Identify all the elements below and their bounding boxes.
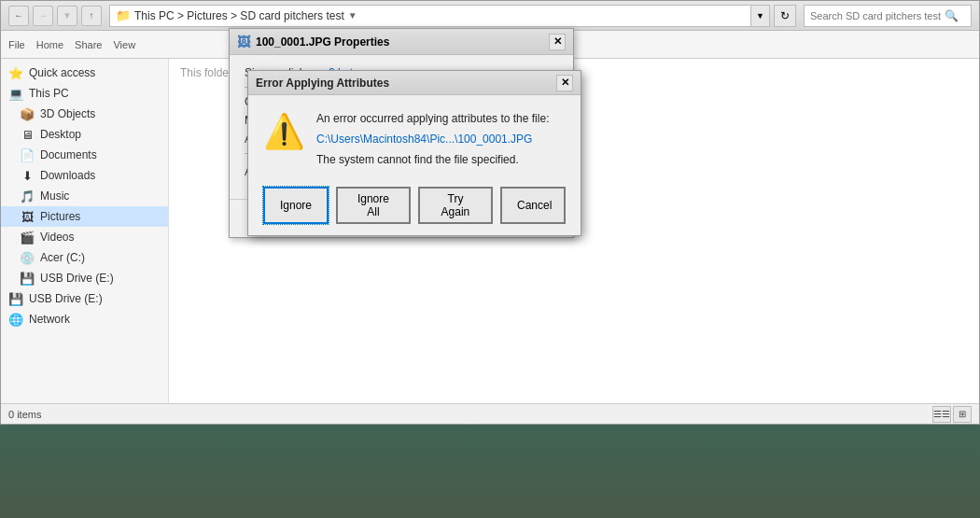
error-dialog: Error Applying Attributes ✕ ⚠️ An error … — [247, 70, 581, 236]
sidebar-item-3d-objects[interactable]: 📦 3D Objects — [1, 104, 168, 124]
error-cancel-button[interactable]: Cancel — [500, 187, 566, 224]
documents-icon: 📄 — [20, 147, 35, 162]
ribbon-home[interactable]: Home — [36, 39, 63, 50]
error-close-button[interactable]: ✕ — [556, 75, 573, 91]
sidebar: ⭐ Quick access 💻 This PC 📦 3D Objects 🖥 … — [1, 59, 169, 403]
ribbon-share[interactable]: Share — [75, 39, 102, 50]
ribbon-view[interactable]: View — [113, 39, 135, 50]
properties-close-button[interactable]: ✕ — [549, 34, 566, 50]
warning-icon: ⚠️ — [263, 112, 305, 168]
videos-icon: 🎬 — [20, 230, 35, 245]
error-file-path: C:\Users\Macintosh84\Pic...\100_0001.JPG — [316, 131, 549, 147]
try-again-button[interactable]: Try Again — [418, 187, 493, 224]
error-footer: Ignore Ignore All Try Again Cancel — [248, 179, 581, 235]
sidebar-item-this-pc[interactable]: 💻 This PC — [1, 83, 168, 104]
sidebar-label-videos: Videos — [40, 231, 74, 244]
forward-button[interactable]: → — [33, 6, 53, 26]
nav-buttons: ← → ▼ ↑ — [8, 6, 102, 26]
sidebar-label-music: Music — [40, 189, 69, 203]
address-bar-area: 📁 This PC > Pictures > SD card pitchers … — [109, 5, 796, 27]
error-line1: An error occurred applying attributes to… — [316, 110, 549, 127]
quick-access-icon: ⭐ — [8, 65, 23, 80]
usb-e2-icon: 💾 — [8, 291, 23, 306]
downloads-icon: ⬇ — [20, 168, 35, 183]
3d-objects-icon: 📦 — [20, 106, 35, 121]
error-title-text: Error Applying Attributes — [256, 77, 389, 90]
sidebar-label-pictures: Pictures — [40, 210, 80, 223]
properties-title-icon: 🖼 — [237, 35, 250, 49]
sidebar-item-videos[interactable]: 🎬 Videos — [1, 227, 168, 247]
error-message: An error occurred applying attributes to… — [316, 110, 549, 168]
error-line2: The system cannot find the file specifie… — [316, 151, 549, 168]
network-icon: 🌐 — [8, 312, 23, 327]
error-body: ⚠️ An error occurred applying attributes… — [248, 95, 581, 179]
sidebar-item-desktop[interactable]: 🖥 Desktop — [1, 124, 168, 145]
tiles-view-button[interactable]: ⊞ — [953, 406, 972, 423]
sidebar-item-usb-drive-e1[interactable]: 💾 USB Drive (E:) — [1, 268, 168, 288]
music-icon: 🎵 — [20, 189, 35, 203]
ignore-all-button[interactable]: Ignore All — [336, 187, 411, 224]
this-pc-icon: 💻 — [8, 86, 23, 101]
sidebar-item-acer-c[interactable]: 💿 Acer (C:) — [1, 247, 168, 268]
properties-title-left: 🖼 100_0001.JPG Properties — [237, 35, 389, 49]
sidebar-label-network: Network — [29, 313, 70, 326]
sidebar-label-documents: Documents — [40, 148, 97, 161]
items-count: 0 items — [8, 409, 41, 420]
sidebar-label-acer-c: Acer (C:) — [40, 251, 85, 264]
search-input[interactable] — [810, 10, 941, 21]
sidebar-item-quick-access[interactable]: ⭐ Quick access — [1, 63, 168, 83]
address-path: This PC > Pictures > SD card pitchers te… — [134, 9, 344, 22]
refresh-button[interactable]: ↻ — [774, 5, 796, 27]
sidebar-item-network[interactable]: 🌐 Network — [1, 309, 168, 329]
pictures-icon: 🖼 — [20, 209, 35, 224]
ribbon-file[interactable]: File — [8, 39, 25, 50]
sidebar-label-usb-e1: USB Drive (E:) — [40, 272, 114, 285]
recent-button[interactable]: ▼ — [57, 6, 77, 26]
error-title-bar: Error Applying Attributes ✕ — [248, 71, 581, 95]
details-view-button[interactable]: ☰☰ — [932, 406, 951, 423]
sidebar-item-music[interactable]: 🎵 Music — [1, 186, 168, 206]
sidebar-label-3d-objects: 3D Objects — [40, 107, 95, 120]
address-dropdown[interactable]: ▼ — [751, 5, 770, 27]
ignore-button[interactable]: Ignore — [263, 187, 329, 224]
usb-e1-icon: 💾 — [20, 271, 35, 286]
address-bar[interactable]: 📁 This PC > Pictures > SD card pitchers … — [109, 5, 751, 27]
up-button[interactable]: ↑ — [81, 6, 102, 26]
sidebar-label-downloads: Downloads — [40, 169, 95, 182]
sidebar-item-usb-drive-e2[interactable]: 💾 USB Drive (E:) — [1, 288, 168, 309]
sidebar-label-quick-access: Quick access — [29, 66, 95, 79]
explorer-title-bar: ← → ▼ ↑ 📁 This PC > Pictures > SD card p… — [1, 1, 979, 31]
sidebar-item-pictures[interactable]: 🖼 Pictures — [1, 206, 168, 227]
file-path-text: C:\Users\Macintosh84\Pic...\100_0001.JPG — [316, 133, 532, 146]
view-buttons: ☰☰ ⊞ — [932, 406, 972, 423]
search-bar[interactable]: 🔍 — [804, 5, 972, 27]
properties-title-text: 100_0001.JPG Properties — [256, 35, 389, 49]
sidebar-item-documents[interactable]: 📄 Documents — [1, 145, 168, 165]
status-bar: 0 items ☰☰ ⊞ — [1, 403, 979, 424]
search-icon: 🔍 — [945, 9, 959, 22]
sidebar-item-downloads[interactable]: ⬇ Downloads — [1, 165, 168, 186]
sidebar-label-usb-e2: USB Drive (E:) — [29, 292, 103, 305]
address-chevron: ▼ — [348, 10, 357, 21]
sidebar-label-this-pc: This PC — [29, 87, 69, 100]
folder-icon: 📁 — [116, 8, 131, 22]
acer-c-icon: 💿 — [20, 250, 35, 265]
desktop-icon: 🖥 — [20, 127, 35, 142]
properties-title-bar: 🖼 100_0001.JPG Properties ✕ — [230, 29, 573, 55]
back-button[interactable]: ← — [8, 6, 29, 26]
sidebar-label-desktop: Desktop — [40, 128, 81, 141]
